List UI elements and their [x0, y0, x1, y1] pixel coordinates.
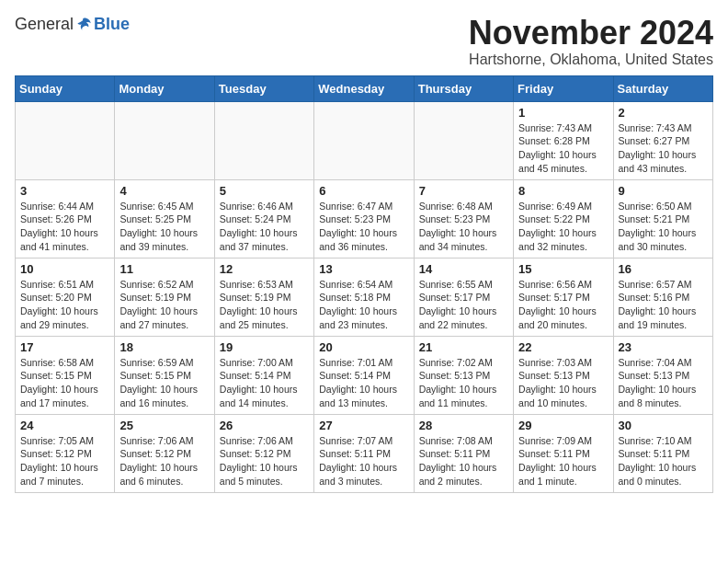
- col-header-saturday: Saturday: [613, 75, 712, 101]
- calendar-cell: [314, 101, 414, 179]
- day-number: 23: [619, 340, 708, 354]
- day-number: 29: [518, 419, 608, 432]
- calendar-cell: 4Sunrise: 6:45 AMSunset: 5:25 PMDaylight…: [115, 179, 214, 258]
- logo-bird-icon: [75, 16, 94, 34]
- calendar-cell: 8Sunrise: 6:49 AMSunset: 5:22 PMDaylight…: [514, 179, 613, 258]
- day-number: 24: [20, 419, 109, 432]
- day-info: Sunrise: 6:55 AMSunset: 5:17 PMDaylight:…: [419, 278, 508, 332]
- day-info: Sunrise: 6:59 AMSunset: 5:15 PMDaylight:…: [119, 356, 209, 410]
- day-number: 25: [119, 419, 209, 432]
- day-info: Sunrise: 6:49 AMSunset: 5:22 PMDaylight:…: [518, 200, 608, 254]
- col-header-tuesday: Tuesday: [214, 75, 313, 101]
- day-number: 20: [319, 340, 408, 354]
- calendar-cell: 25Sunrise: 7:06 AMSunset: 5:12 PMDayligh…: [115, 414, 214, 492]
- day-number: 26: [220, 419, 309, 432]
- calendar-cell: 16Sunrise: 6:57 AMSunset: 5:16 PMDayligh…: [613, 258, 712, 336]
- day-info: Sunrise: 6:57 AMSunset: 5:16 PMDaylight:…: [619, 278, 708, 332]
- calendar-cell: 5Sunrise: 6:46 AMSunset: 5:24 PMDaylight…: [214, 179, 313, 258]
- day-number: 2: [619, 106, 708, 120]
- calendar-cell: 7Sunrise: 6:48 AMSunset: 5:23 PMDaylight…: [414, 179, 513, 258]
- day-info: Sunrise: 7:09 AMSunset: 5:11 PMDaylight:…: [518, 434, 608, 488]
- calendar-cell: [214, 101, 313, 179]
- day-number: 6: [319, 184, 408, 198]
- day-info: Sunrise: 6:58 AMSunset: 5:15 PMDaylight:…: [20, 356, 109, 410]
- day-number: 30: [619, 419, 708, 432]
- day-number: 9: [619, 184, 708, 198]
- calendar: SundayMondayTuesdayWednesdayThursdayFrid…: [15, 75, 713, 493]
- day-info: Sunrise: 6:47 AMSunset: 5:23 PMDaylight:…: [319, 200, 408, 254]
- week-row-5: 24Sunrise: 7:05 AMSunset: 5:12 PMDayligh…: [16, 414, 713, 492]
- day-info: Sunrise: 7:03 AMSunset: 5:13 PMDaylight:…: [518, 356, 608, 410]
- day-info: Sunrise: 7:43 AMSunset: 6:28 PMDaylight:…: [518, 121, 608, 176]
- day-number: 11: [119, 262, 209, 276]
- col-header-thursday: Thursday: [414, 75, 513, 101]
- calendar-cell: 29Sunrise: 7:09 AMSunset: 5:11 PMDayligh…: [514, 414, 613, 492]
- calendar-cell: [115, 101, 214, 179]
- day-info: Sunrise: 7:01 AMSunset: 5:14 PMDaylight:…: [319, 356, 408, 410]
- day-number: 13: [319, 262, 408, 276]
- logo: General Blue: [15, 15, 130, 34]
- calendar-cell: [414, 101, 513, 179]
- day-number: 1: [518, 106, 608, 120]
- title-area: November 2024 Hartshorne, Oklahoma, Unit…: [469, 15, 713, 68]
- col-header-friday: Friday: [514, 75, 613, 101]
- day-number: 28: [419, 419, 508, 432]
- calendar-cell: 14Sunrise: 6:55 AMSunset: 5:17 PMDayligh…: [414, 258, 513, 336]
- day-info: Sunrise: 7:06 AMSunset: 5:12 PMDaylight:…: [220, 434, 309, 488]
- day-info: Sunrise: 7:43 AMSunset: 6:27 PMDaylight:…: [619, 121, 708, 176]
- calendar-cell: 2Sunrise: 7:43 AMSunset: 6:27 PMDaylight…: [613, 101, 712, 179]
- logo-blue-text: Blue: [94, 15, 130, 34]
- day-info: Sunrise: 6:53 AMSunset: 5:19 PMDaylight:…: [220, 278, 309, 332]
- day-info: Sunrise: 7:08 AMSunset: 5:11 PMDaylight:…: [419, 434, 508, 488]
- calendar-cell: [16, 101, 115, 179]
- day-info: Sunrise: 7:06 AMSunset: 5:12 PMDaylight:…: [119, 434, 209, 488]
- calendar-cell: 19Sunrise: 7:00 AMSunset: 5:14 PMDayligh…: [214, 336, 313, 414]
- day-number: 7: [419, 184, 508, 198]
- week-row-2: 3Sunrise: 6:44 AMSunset: 5:26 PMDaylight…: [16, 179, 713, 258]
- week-row-4: 17Sunrise: 6:58 AMSunset: 5:15 PMDayligh…: [16, 336, 713, 414]
- calendar-cell: 21Sunrise: 7:02 AMSunset: 5:13 PMDayligh…: [414, 336, 513, 414]
- day-info: Sunrise: 6:56 AMSunset: 5:17 PMDaylight:…: [518, 278, 608, 332]
- day-number: 4: [119, 184, 209, 198]
- day-number: 14: [419, 262, 508, 276]
- location-text: Hartshorne, Oklahoma, United States: [469, 52, 713, 68]
- calendar-cell: 12Sunrise: 6:53 AMSunset: 5:19 PMDayligh…: [214, 258, 313, 336]
- month-title: November 2024: [469, 15, 713, 52]
- calendar-cell: 1Sunrise: 7:43 AMSunset: 6:28 PMDaylight…: [514, 101, 613, 179]
- day-info: Sunrise: 6:44 AMSunset: 5:26 PMDaylight:…: [20, 200, 109, 254]
- day-info: Sunrise: 7:04 AMSunset: 5:13 PMDaylight:…: [619, 356, 708, 410]
- calendar-cell: 6Sunrise: 6:47 AMSunset: 5:23 PMDaylight…: [314, 179, 414, 258]
- calendar-cell: 15Sunrise: 6:56 AMSunset: 5:17 PMDayligh…: [514, 258, 613, 336]
- day-info: Sunrise: 7:10 AMSunset: 5:11 PMDaylight:…: [619, 434, 708, 488]
- calendar-cell: 3Sunrise: 6:44 AMSunset: 5:26 PMDaylight…: [16, 179, 115, 258]
- day-number: 16: [619, 262, 708, 276]
- calendar-cell: 10Sunrise: 6:51 AMSunset: 5:20 PMDayligh…: [16, 258, 115, 336]
- calendar-cell: 22Sunrise: 7:03 AMSunset: 5:13 PMDayligh…: [514, 336, 613, 414]
- col-header-monday: Monday: [115, 75, 214, 101]
- day-number: 21: [419, 340, 508, 354]
- day-number: 5: [220, 184, 309, 198]
- calendar-cell: 30Sunrise: 7:10 AMSunset: 5:11 PMDayligh…: [613, 414, 712, 492]
- calendar-cell: 24Sunrise: 7:05 AMSunset: 5:12 PMDayligh…: [16, 414, 115, 492]
- calendar-cell: 13Sunrise: 6:54 AMSunset: 5:18 PMDayligh…: [314, 258, 414, 336]
- day-info: Sunrise: 6:51 AMSunset: 5:20 PMDaylight:…: [20, 278, 109, 332]
- calendar-cell: 26Sunrise: 7:06 AMSunset: 5:12 PMDayligh…: [214, 414, 313, 492]
- calendar-cell: 27Sunrise: 7:07 AMSunset: 5:11 PMDayligh…: [314, 414, 414, 492]
- day-number: 19: [220, 340, 309, 354]
- day-info: Sunrise: 6:45 AMSunset: 5:25 PMDaylight:…: [119, 200, 209, 254]
- calendar-cell: 23Sunrise: 7:04 AMSunset: 5:13 PMDayligh…: [613, 336, 712, 414]
- day-info: Sunrise: 6:52 AMSunset: 5:19 PMDaylight:…: [119, 278, 209, 332]
- day-info: Sunrise: 7:07 AMSunset: 5:11 PMDaylight:…: [319, 434, 408, 488]
- day-number: 10: [20, 262, 109, 276]
- calendar-cell: 28Sunrise: 7:08 AMSunset: 5:11 PMDayligh…: [414, 414, 513, 492]
- day-number: 22: [518, 340, 608, 354]
- day-info: Sunrise: 7:05 AMSunset: 5:12 PMDaylight:…: [20, 434, 109, 488]
- day-info: Sunrise: 6:50 AMSunset: 5:21 PMDaylight:…: [619, 200, 708, 254]
- calendar-cell: 20Sunrise: 7:01 AMSunset: 5:14 PMDayligh…: [314, 336, 414, 414]
- day-number: 12: [220, 262, 309, 276]
- day-number: 8: [518, 184, 608, 198]
- day-number: 3: [20, 184, 109, 198]
- col-header-wednesday: Wednesday: [314, 75, 414, 101]
- header: General Blue November 2024 Hartshorne, O…: [15, 15, 713, 68]
- day-info: Sunrise: 6:46 AMSunset: 5:24 PMDaylight:…: [220, 200, 309, 254]
